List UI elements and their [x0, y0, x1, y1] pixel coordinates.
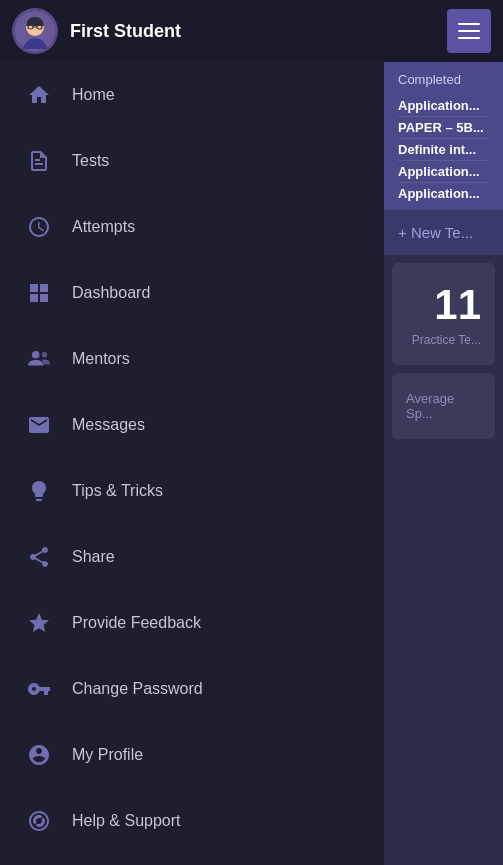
avg-label: Average Sp... — [406, 391, 481, 421]
sidebar-item-support[interactable]: Help & Support — [0, 788, 384, 854]
header-title: First Student — [70, 21, 447, 42]
grid-icon — [20, 274, 58, 312]
sidebar-item-password[interactable]: Change Password — [0, 656, 384, 722]
sidebar-item-tips-label: Tips & Tricks — [72, 482, 163, 500]
sidebar-item-attempts-label: Attempts — [72, 218, 135, 236]
completed-section: Completed Application... PAPER – 5B... D… — [384, 62, 503, 210]
people-icon — [20, 340, 58, 378]
completed-item-1[interactable]: PAPER – 5B... — [398, 117, 489, 139]
stats-number: 11 — [406, 281, 481, 329]
completed-item-2[interactable]: Definite int... — [398, 139, 489, 161]
right-panel: Completed Application... PAPER – 5B... D… — [384, 62, 503, 865]
sidebar-item-feedback[interactable]: Provide Feedback — [0, 590, 384, 656]
completed-title: Completed — [398, 72, 489, 87]
clock-icon — [20, 208, 58, 246]
sidebar-item-dashboard-label: Dashboard — [72, 284, 150, 302]
avg-card: Average Sp... — [392, 373, 495, 439]
sidebar-item-messages[interactable]: Messages — [0, 392, 384, 458]
hamburger-line-1 — [458, 23, 480, 25]
sidebar-item-home-label: Home — [72, 86, 115, 104]
document-icon — [20, 142, 58, 180]
sidebar-item-share[interactable]: Share — [0, 524, 384, 590]
completed-item-0[interactable]: Application... — [398, 95, 489, 117]
sidebar-item-share-label: Share — [72, 548, 115, 566]
star-icon — [20, 604, 58, 642]
lifebuoy-icon — [20, 802, 58, 840]
sidebar-item-dashboard[interactable]: Dashboard — [0, 260, 384, 326]
sidebar-item-home[interactable]: Home — [0, 62, 384, 128]
sidebar-item-profile[interactable]: My Profile — [0, 722, 384, 788]
main-content: Home Tests Attempts Dashboard — [0, 62, 503, 865]
sidebar-item-mentors-label: Mentors — [72, 350, 130, 368]
sidebar-item-profile-label: My Profile — [72, 746, 143, 764]
sidebar-item-tests-label: Tests — [72, 152, 109, 170]
completed-item-4[interactable]: Application... — [398, 183, 489, 204]
sidebar-item-password-label: Change Password — [72, 680, 203, 698]
sidebar: Home Tests Attempts Dashboard — [0, 62, 384, 865]
hamburger-line-2 — [458, 30, 480, 32]
share-icon — [20, 538, 58, 576]
stats-label: Practice Te... — [406, 333, 481, 347]
sidebar-item-about[interactable]: About Perfectice — [0, 854, 384, 865]
hamburger-line-3 — [458, 37, 480, 39]
app-header: First Student — [0, 0, 503, 62]
sidebar-item-messages-label: Messages — [72, 416, 145, 434]
bulb-icon — [20, 472, 58, 510]
sidebar-item-tips[interactable]: Tips & Tricks — [0, 458, 384, 524]
home-icon — [20, 76, 58, 114]
avatar[interactable] — [12, 8, 58, 54]
stats-card: 11 Practice Te... — [392, 263, 495, 365]
sidebar-item-tests[interactable]: Tests — [0, 128, 384, 194]
sidebar-item-attempts[interactable]: Attempts — [0, 194, 384, 260]
sidebar-item-feedback-label: Provide Feedback — [72, 614, 201, 632]
hamburger-button[interactable] — [447, 9, 491, 53]
sidebar-item-mentors[interactable]: Mentors — [0, 326, 384, 392]
svg-point-6 — [42, 352, 47, 357]
sidebar-item-support-label: Help & Support — [72, 812, 181, 830]
svg-point-5 — [32, 351, 40, 359]
key-icon — [20, 670, 58, 708]
envelope-icon — [20, 406, 58, 444]
new-test-button[interactable]: + New Te... — [384, 210, 503, 255]
completed-item-3[interactable]: Application... — [398, 161, 489, 183]
person-circle-icon — [20, 736, 58, 774]
